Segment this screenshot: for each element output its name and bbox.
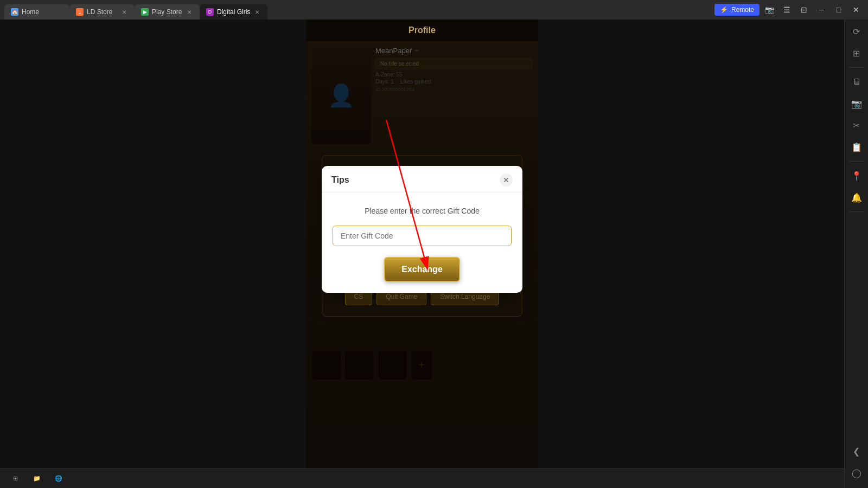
user-info-panel: MeanPaper ✏ No title selected A-Zone: 55… xyxy=(375,47,533,144)
days-text: Days: 1 xyxy=(375,79,394,85)
sidebar-display-icon[interactable]: 🖥 xyxy=(847,72,866,92)
character-image: 👤 xyxy=(311,47,371,144)
sidebar-divider-1 xyxy=(849,67,864,68)
taskbar-item-1[interactable]: 📁 xyxy=(28,472,46,485)
sidebar-clipboard-icon[interactable]: 📋 xyxy=(847,137,866,157)
digital-girls-favicon: D xyxy=(206,8,214,16)
menu-button[interactable]: ☰ xyxy=(779,2,794,17)
screenshot-button[interactable]: 📷 xyxy=(762,2,777,17)
tab-home[interactable]: 🏠 Home xyxy=(4,4,69,20)
tab-ld-store-label: LD Store xyxy=(87,8,112,16)
tab-digital-girls-close[interactable]: ✕ xyxy=(253,8,261,16)
tips-dialog-title: Tips xyxy=(331,175,349,185)
browser-chrome: 🏠 Home L LD Store ✕ ▶ Play Store ✕ D Dig… xyxy=(0,0,868,20)
sidebar-divider-2 xyxy=(849,161,864,162)
thumbnail-row: + xyxy=(311,350,533,380)
remote-icon: ⚡ xyxy=(720,6,728,14)
home-favicon: 🏠 xyxy=(11,8,18,16)
profile-header: Profile xyxy=(306,20,538,41)
thumb-3 xyxy=(378,350,407,380)
thumb-1 xyxy=(311,350,341,380)
tab-play-store[interactable]: ▶ Play Store ✕ xyxy=(135,4,200,20)
profile-main-section: 👤 MeanPaper ✏ No title selected A-Zone: … xyxy=(311,47,533,144)
tips-dialog: Tips ✕ Please enter the correct Gift Cod… xyxy=(322,166,522,293)
play-store-favicon: ▶ xyxy=(141,8,149,16)
thumb-add: + xyxy=(411,350,432,380)
remote-label: Remote xyxy=(731,6,754,14)
tips-dialog-body: Please enter the correct Gift Code Excha… xyxy=(322,192,522,293)
right-sidebar: ⟳ ⊞ 🖥 📷 ✂ 📋 📍 🔔 ❮ ◯ xyxy=(844,0,868,488)
tab-ld-store-close[interactable]: ✕ xyxy=(120,8,128,16)
start-button[interactable]: ⊞ xyxy=(7,472,24,485)
sidebar-notification-icon[interactable]: 🔔 xyxy=(847,188,866,207)
windows-icon: ⊞ xyxy=(11,474,20,483)
tips-message-text: Please enter the correct Gift Code xyxy=(333,206,512,217)
bottom-bar: ⊞ 📁 🌐 xyxy=(0,468,844,488)
sidebar-camera-icon[interactable]: 📷 xyxy=(847,94,866,113)
game-window: Profile 👤 MeanPaper ✏ No title se xyxy=(306,20,538,486)
tab-digital-girls-label: Digital Girls xyxy=(217,8,250,16)
restore-button[interactable]: □ xyxy=(831,2,846,17)
tips-dialog-header: Tips ✕ xyxy=(322,166,522,192)
sidebar-bottom: ❮ ◯ xyxy=(847,441,866,488)
taskbar-icon-2: 🌐 xyxy=(54,474,63,483)
sidebar-refresh-icon[interactable]: ⟳ xyxy=(847,22,866,41)
profile-title: Profile xyxy=(409,25,436,35)
sidebar-scissors-icon[interactable]: ✂ xyxy=(847,115,866,135)
tab-ld-store[interactable]: L LD Store ✕ xyxy=(69,4,135,20)
sidebar-grid-icon[interactable]: ⊞ xyxy=(847,43,866,63)
thumb-2 xyxy=(344,350,374,380)
title-badge: No title selected xyxy=(375,58,533,69)
title-badge-text: No title selected xyxy=(380,61,419,67)
main-area: Profile 👤 MeanPaper ✏ No title se xyxy=(0,20,844,488)
minimize-button[interactable]: ─ xyxy=(814,2,829,17)
username-display: MeanPaper xyxy=(375,47,412,55)
tab-digital-girls[interactable]: D Digital Girls ✕ xyxy=(200,4,267,20)
taskbar-item-2[interactable]: 🌐 xyxy=(50,472,67,485)
taskbar-icon-1: 📁 xyxy=(33,474,41,483)
sidebar-divider-3 xyxy=(849,211,864,212)
tab-home-label: Home xyxy=(22,8,39,16)
sidebar-record-icon[interactable]: ◯ xyxy=(847,463,866,483)
zone-text: A-Zone: 55 xyxy=(375,72,533,78)
stats-row: Days: 1 Likes gained: xyxy=(375,79,533,85)
sidebar-location-icon[interactable]: 📍 xyxy=(847,166,866,185)
browser-controls: ⚡ Remote 📷 ☰ ⊡ ─ □ ✕ xyxy=(714,2,868,17)
gift-code-input[interactable] xyxy=(333,226,512,246)
profile-background: Profile 👤 MeanPaper ✏ No title se xyxy=(306,20,538,486)
edit-icon: ✏ xyxy=(415,48,419,54)
username-row: MeanPaper ✏ xyxy=(375,47,533,55)
exchange-button[interactable]: Exchange xyxy=(384,257,460,282)
remote-button[interactable]: ⚡ Remote xyxy=(714,4,760,16)
sidebar-collapse-icon[interactable]: ❮ xyxy=(847,441,866,461)
tab-bar: 🏠 Home L LD Store ✕ ▶ Play Store ✕ D Dig… xyxy=(0,0,714,20)
likes-text: Likes gained: xyxy=(400,79,432,85)
tab-play-store-close[interactable]: ✕ xyxy=(186,8,193,16)
tab-play-store-label: Play Store xyxy=(152,8,182,16)
tips-dialog-close-button[interactable]: ✕ xyxy=(500,174,513,187)
expand-button[interactable]: ⊡ xyxy=(796,2,812,17)
ld-store-favicon: L xyxy=(76,8,84,16)
close-window-button[interactable]: ✕ xyxy=(848,2,864,17)
user-id-text: ID:300500001253 xyxy=(375,87,533,92)
